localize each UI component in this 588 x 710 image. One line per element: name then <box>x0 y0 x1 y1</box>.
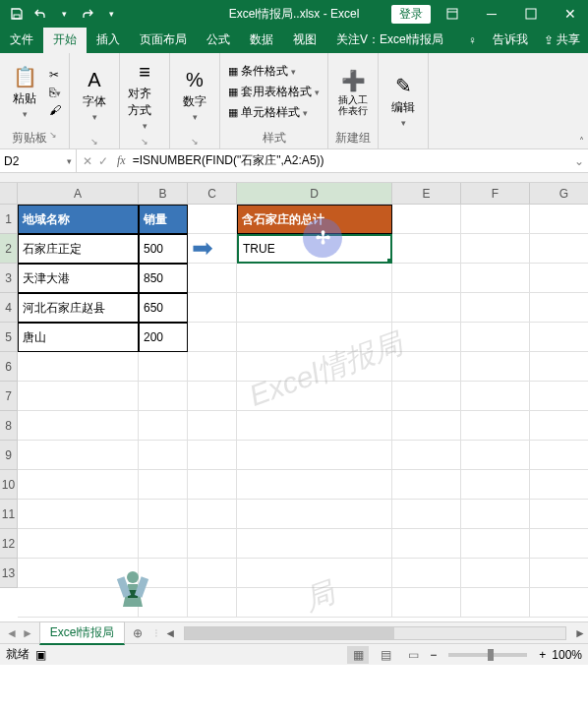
cell-D7[interactable] <box>237 382 392 411</box>
cell-D1[interactable]: 含石家庄的总计 <box>237 205 392 234</box>
cell-D9[interactable] <box>237 441 392 470</box>
cell-G9[interactable] <box>530 441 588 470</box>
row-header-9[interactable]: 9 <box>0 441 18 470</box>
cell-A12[interactable] <box>18 529 139 559</box>
undo-icon[interactable] <box>29 3 51 25</box>
cell-D11[interactable] <box>237 500 392 529</box>
tab-layout[interactable]: 页面布局 <box>130 27 197 53</box>
cell-C3[interactable] <box>188 264 237 293</box>
sheet-tab[interactable]: Excel情报局 <box>39 621 125 645</box>
cell-D14[interactable] <box>237 588 392 618</box>
cell-A9[interactable] <box>18 441 139 470</box>
sheet-nav-prev-icon[interactable]: ◄ <box>6 626 18 640</box>
cell-E11[interactable] <box>392 500 461 529</box>
cell-D6[interactable] <box>237 352 392 382</box>
cell-E4[interactable] <box>392 293 461 323</box>
cell-F3[interactable] <box>461 264 530 293</box>
qat-customize-icon[interactable]: ▾ <box>100 3 122 25</box>
cell-B6[interactable] <box>139 352 188 382</box>
cell-C11[interactable] <box>188 500 237 529</box>
cell-C4[interactable] <box>188 293 237 323</box>
tab-home[interactable]: 开始 <box>43 27 87 53</box>
hscroll-right-icon[interactable]: ► <box>572 626 588 640</box>
cell-C6[interactable] <box>188 352 237 382</box>
col-header-F[interactable]: F <box>461 183 530 205</box>
row-header-13[interactable]: 13 <box>0 559 18 588</box>
cell-B3[interactable]: 850 <box>139 264 188 293</box>
edit-button[interactable]: ✎编辑▾ <box>384 72 422 130</box>
cell-D13[interactable] <box>237 559 392 588</box>
cell-E14[interactable] <box>392 588 461 618</box>
col-header-E[interactable]: E <box>392 183 461 205</box>
tab-follow[interactable]: 关注V：Excel情报局 <box>326 27 453 53</box>
cell-G7[interactable] <box>530 382 588 411</box>
cell-F1[interactable] <box>461 205 530 234</box>
cell-G10[interactable] <box>530 470 588 500</box>
cell-B8[interactable] <box>139 411 188 441</box>
row-header-11[interactable]: 11 <box>0 500 18 529</box>
tab-file[interactable]: 文件 <box>0 27 43 53</box>
view-normal-icon[interactable]: ▦ <box>347 646 369 664</box>
col-header-C[interactable]: C <box>188 183 237 205</box>
cell-A1[interactable]: 地域名称 <box>18 205 139 234</box>
cell-E3[interactable] <box>392 264 461 293</box>
expand-formula-icon[interactable]: ⌄ <box>570 154 588 168</box>
cell-D10[interactable] <box>237 470 392 500</box>
cell-G6[interactable] <box>530 352 588 382</box>
row-header-2[interactable]: 2 <box>0 234 18 264</box>
sheet-nav-next-icon[interactable]: ► <box>22 626 33 640</box>
cell-E2[interactable] <box>392 234 461 264</box>
dialog-launcher-icon[interactable]: ↘ <box>49 130 57 147</box>
conditional-format-button[interactable]: ▦ 条件格式 ▾ <box>228 63 320 80</box>
zoom-level[interactable]: 100% <box>552 648 582 662</box>
number-button[interactable]: %数字▾ <box>176 67 213 124</box>
tab-view[interactable]: 视图 <box>283 27 326 53</box>
horizontal-scrollbar[interactable] <box>184 626 566 640</box>
cell-D3[interactable] <box>237 264 392 293</box>
cell-A6[interactable] <box>18 352 139 382</box>
cell-F5[interactable] <box>461 323 530 352</box>
hscroll-left-icon[interactable]: ◄ <box>162 626 178 640</box>
cell-C8[interactable] <box>188 411 237 441</box>
cell-B11[interactable] <box>139 500 188 529</box>
cell-F4[interactable] <box>461 293 530 323</box>
row-header-6[interactable]: 6 <box>0 352 18 382</box>
cell-A4[interactable]: 河北石家庄赵县 <box>18 293 139 323</box>
insert-row-button[interactable]: ➕插入工作表行 <box>334 67 372 118</box>
formula-input[interactable]: =ISNUMBER(FIND("石家庄",A2:A5)) <box>129 152 570 169</box>
cell-F11[interactable] <box>461 500 530 529</box>
cell-D2[interactable]: TRUE <box>237 234 392 264</box>
cell-A11[interactable] <box>18 500 139 529</box>
cell-D12[interactable] <box>237 529 392 559</box>
cell-G4[interactable] <box>530 293 588 323</box>
cell-F8[interactable] <box>461 411 530 441</box>
cell-G5[interactable] <box>530 323 588 352</box>
cell-E12[interactable] <box>392 529 461 559</box>
tab-insert[interactable]: 插入 <box>87 27 130 53</box>
col-header-G[interactable]: G <box>530 183 588 205</box>
cell-A3[interactable]: 天津大港 <box>18 264 139 293</box>
row-header-12[interactable]: 12 <box>0 529 18 559</box>
cell-E6[interactable] <box>392 352 461 382</box>
copy-icon[interactable]: ⎘▾ <box>49 86 61 99</box>
cell-G3[interactable] <box>530 264 588 293</box>
cell-E9[interactable] <box>392 441 461 470</box>
minimize-icon[interactable]: ─ <box>474 0 509 28</box>
cell-G13[interactable] <box>530 559 588 588</box>
cell-F9[interactable] <box>461 441 530 470</box>
format-painter-icon[interactable]: 🖌 <box>49 103 61 117</box>
cell-E7[interactable] <box>392 382 461 411</box>
row-header-8[interactable]: 8 <box>0 411 18 441</box>
cell-B5[interactable]: 200 <box>139 323 188 352</box>
cell-G1[interactable] <box>530 205 588 234</box>
cell-E5[interactable] <box>392 323 461 352</box>
cell-F10[interactable] <box>461 470 530 500</box>
cell-E10[interactable] <box>392 470 461 500</box>
add-sheet-icon[interactable]: ⊕ <box>125 626 150 640</box>
cell-C9[interactable] <box>188 441 237 470</box>
table-format-button[interactable]: ▦ 套用表格格式 ▾ <box>228 84 320 100</box>
cell-D4[interactable] <box>237 293 392 323</box>
zoom-out-icon[interactable]: − <box>430 648 437 662</box>
ribbon-options-icon[interactable] <box>435 0 470 28</box>
redo-icon[interactable] <box>77 3 98 25</box>
